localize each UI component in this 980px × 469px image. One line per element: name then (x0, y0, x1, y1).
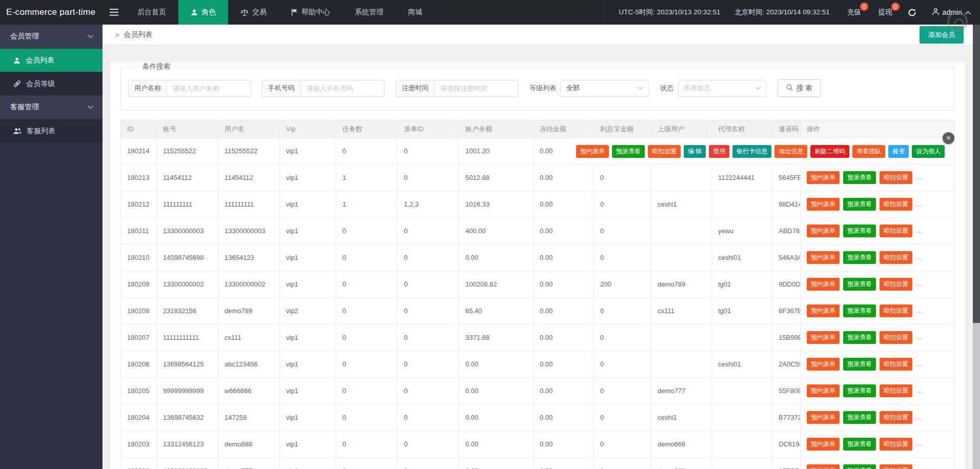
action-button-bank-card-info[interactable]: 银行卡信息 (732, 145, 771, 158)
cell-invite_code: 15B99E (772, 324, 801, 351)
action-button-reserve-dispatch[interactable]: 预约派单 (807, 225, 840, 237)
sidebar-item-service-list[interactable]: 客服列表 (0, 119, 103, 142)
more-actions[interactable]: ... (916, 280, 923, 288)
action-button-hidden-deduction[interactable]: 暗扣设置 (880, 384, 912, 397)
more-actions[interactable]: ... (916, 333, 923, 341)
more-actions[interactable]: ... (916, 413, 923, 421)
scrollbar-thumb[interactable] (973, 25, 980, 323)
action-button-set-fake-user[interactable]: 设为假人 (912, 145, 945, 158)
page-scrollbar[interactable] (973, 25, 980, 469)
action-button-reserve-dispatch[interactable]: 预约派单 (807, 411, 840, 424)
action-button-dispatch-view[interactable]: 预派查看 (843, 225, 876, 237)
sidebar-group-service-mgmt[interactable]: 客服管理 (0, 95, 103, 119)
action-button-dispatch-view[interactable]: 预派查看 (843, 438, 876, 451)
action-button-dispatch-view[interactable]: 预派查看 (843, 411, 876, 424)
nav-item-trade[interactable]: 交易 (228, 0, 279, 25)
user-menu[interactable]: admin (932, 8, 971, 17)
more-actions[interactable]: ... (916, 360, 923, 368)
action-button-reserve-dispatch[interactable]: 预约派单 (807, 464, 840, 469)
action-button-address-info[interactable]: 地址信息 (774, 145, 807, 158)
action-button-reserve-dispatch[interactable]: 预约派单 (576, 145, 609, 158)
action-button-hidden-deduction[interactable]: 暗扣设置 (880, 304, 912, 317)
utc-time: UTC-5时间: 2023/10/13 20:32:51 (619, 8, 720, 17)
sidebar-item-member-level[interactable]: 会员等级 (0, 72, 103, 95)
action-button-edit[interactable]: 编 辑 (684, 145, 706, 158)
more-actions[interactable]: ... (916, 253, 923, 261)
more-actions[interactable]: ... (916, 227, 923, 234)
action-button-hidden-deduction[interactable]: 暗扣设置 (880, 278, 912, 291)
status-select[interactable]: 所有状态 (678, 80, 766, 97)
action-button-hidden-deduction[interactable]: 暗扣设置 (880, 464, 912, 469)
action-button-account-change[interactable]: 账变 (888, 145, 909, 158)
cell-username: 111111111 (218, 191, 280, 218)
withdraw-link[interactable]: 提现 0 (879, 8, 892, 17)
action-button-dispatch-view[interactable]: 预派查看 (843, 304, 876, 317)
search-button[interactable]: 搜 索 (778, 79, 821, 97)
action-button-hidden-deduction[interactable]: 暗扣设置 (880, 438, 912, 451)
more-actions[interactable]: ... (916, 307, 923, 314)
level-select[interactable]: 全部 (561, 80, 649, 97)
refresh-icon[interactable] (908, 8, 916, 17)
action-button-reserve-dispatch[interactable]: 预约派单 (807, 278, 840, 291)
action-button-dispatch-view[interactable]: 预派查看 (843, 171, 876, 184)
action-button-hidden-deduction[interactable]: 暗扣设置 (880, 171, 912, 184)
action-button-dispatch-view[interactable]: 预派查看 (843, 251, 876, 264)
action-button-hidden-deduction[interactable]: 暗扣设置 (648, 145, 681, 158)
sidebar-group-member-mgmt[interactable]: 会员管理 (0, 25, 103, 48)
action-button-dispatch-view[interactable]: 预派查看 (843, 198, 876, 211)
action-button-reserve-dispatch[interactable]: 预约派单 (807, 331, 840, 344)
more-actions[interactable]: ... (916, 200, 923, 208)
add-member-button[interactable]: 添加会员 (920, 26, 964, 44)
cell-agent_name (712, 404, 772, 431)
more-actions[interactable]: ... (916, 386, 923, 394)
person-icon (191, 9, 198, 16)
table-row: 1802131145411211454112vip1105012.880.000… (121, 165, 955, 191)
action-button-dispatch-view[interactable]: 预派查看 (843, 331, 876, 344)
action-button-hidden-deduction[interactable]: 暗扣设置 (880, 411, 912, 424)
action-button-dispatch-view[interactable]: 预派查看 (843, 464, 876, 469)
nav-item-system[interactable]: 系统管理 (342, 0, 396, 25)
nav-item-mall[interactable]: 商城 (396, 0, 435, 25)
more-actions[interactable]: ... (916, 173, 923, 181)
more-actions[interactable]: ... (916, 440, 923, 447)
action-button-hidden-deduction[interactable]: 暗扣设置 (880, 251, 912, 264)
action-button-reserve-dispatch[interactable]: 预约派单 (807, 198, 840, 211)
action-button-hidden-deduction[interactable]: 暗扣设置 (880, 358, 912, 371)
action-button-hidden-deduction[interactable]: 暗扣设置 (880, 331, 912, 344)
more-actions[interactable]: ... (916, 466, 923, 469)
action-button-refresh-qrcode[interactable]: 刷新二维码 (810, 145, 849, 158)
recharge-link[interactable]: 充值 0 (847, 8, 861, 17)
nav-item-help[interactable]: 帮助中心 (279, 0, 342, 25)
cell-username: demo777 (218, 458, 280, 469)
cell-invite_code: 55F809 (772, 378, 801, 404)
cell-balance: 0.00 (459, 458, 534, 469)
action-button-dispatch-view[interactable]: 预派查看 (843, 384, 876, 397)
cell-dispatch_id: 0 (398, 458, 459, 469)
action-button-dispatch-view[interactable]: 预派查看 (843, 358, 876, 371)
reg-time-input[interactable] (435, 80, 518, 96)
username-input[interactable] (167, 80, 250, 96)
action-button-dispatch-view[interactable]: 预派查看 (612, 145, 645, 158)
cell-account: 133123123133 (157, 458, 218, 469)
chevron-down-icon (88, 105, 93, 109)
row-action-popup: 预约派单预派查看暗扣设置编 辑禁用银行卡信息地址信息刷新二维码查看团队账变设为假… (574, 138, 947, 164)
action-button-hidden-deduction[interactable]: 暗扣设置 (880, 198, 912, 211)
close-icon[interactable]: × (943, 132, 954, 144)
action-button-reserve-dispatch[interactable]: 预约派单 (807, 304, 840, 317)
phone-input[interactable] (301, 80, 384, 96)
action-button-reserve-dispatch[interactable]: 预约派单 (807, 358, 840, 371)
nav-item-role[interactable]: 角色 (178, 0, 228, 25)
action-button-dispatch-view[interactable]: 预派查看 (843, 278, 876, 291)
action-button-reserve-dispatch[interactable]: 预约派单 (807, 438, 840, 451)
nav-item-home[interactable]: 后台首页 (125, 0, 178, 25)
action-button-disable[interactable]: 禁用 (709, 145, 729, 158)
action-button-view-team[interactable]: 查看团队 (852, 145, 885, 158)
action-button-hidden-deduction[interactable]: 暗扣设置 (880, 225, 912, 237)
action-button-reserve-dispatch[interactable]: 预约派单 (807, 171, 840, 184)
col-header-parent_user: 上级用户 (651, 120, 712, 138)
sidebar-item-member-list[interactable]: 会员列表 (0, 48, 103, 72)
hamburger-icon[interactable] (103, 0, 125, 25)
action-button-reserve-dispatch[interactable]: 预约派单 (807, 251, 840, 264)
field-label: 注册时间 (396, 80, 435, 96)
action-button-reserve-dispatch[interactable]: 预约派单 (807, 384, 840, 397)
